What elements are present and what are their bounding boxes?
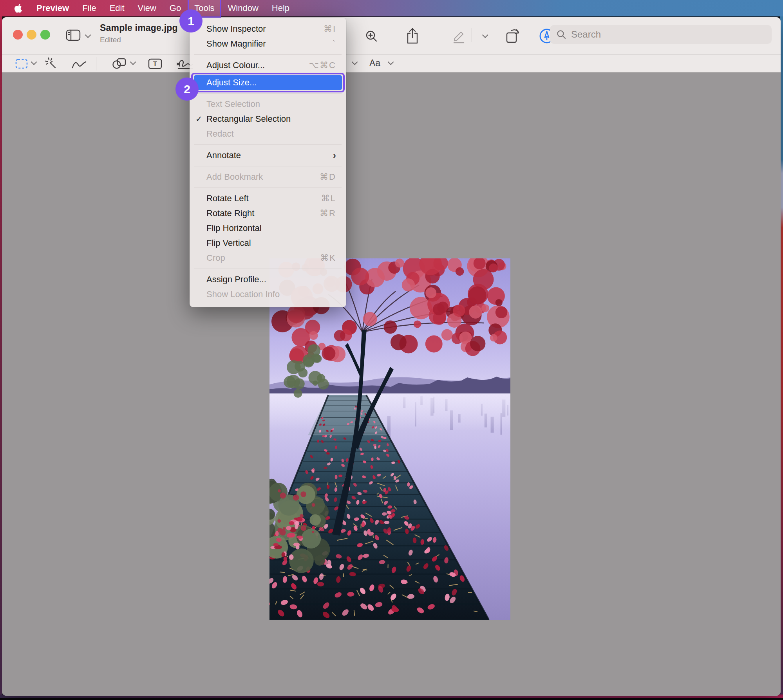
menu-item-shortcut: ⌘D bbox=[320, 170, 336, 184]
menubar-item-preview[interactable]: Preview bbox=[36, 3, 69, 13]
sidebar-chevron-down-icon[interactable] bbox=[85, 32, 91, 38]
tools-dropdown-menu: Show Inspector⌘IShow Magnifier`Adjust Co… bbox=[190, 18, 346, 307]
menubar-item-help[interactable]: Help bbox=[272, 3, 289, 13]
checkmark-icon: ✓ bbox=[195, 112, 203, 126]
menu-item-label: Annotate bbox=[206, 148, 333, 163]
edit-toolbar: T Aa bbox=[2, 55, 781, 72]
menu-item-label: Rotate Left bbox=[206, 191, 321, 206]
menu-item-rotate-right[interactable]: Rotate Right⌘R bbox=[190, 206, 346, 221]
menu-item-redact: Redact bbox=[190, 126, 346, 141]
instant-alpha-wand-icon[interactable] bbox=[44, 57, 58, 71]
document-canvas bbox=[2, 73, 781, 696]
menu-separator bbox=[194, 144, 342, 145]
screen-bottom-border bbox=[0, 698, 783, 700]
menu-bar: PreviewFileEditViewGoToolsWindowHelp bbox=[0, 0, 783, 16]
menu-item-shortcut: ⌘K bbox=[320, 251, 336, 265]
search-placeholder: Search bbox=[571, 29, 601, 40]
menu-item-show-location-info: Show Location Info bbox=[190, 287, 346, 302]
desktop-edge-right bbox=[780, 16, 783, 698]
menu-item-text-selection: Text Selection bbox=[190, 97, 346, 112]
menu-item-label: Redact bbox=[206, 126, 336, 141]
menu-item-label: Adjust Colour... bbox=[206, 58, 309, 73]
menu-item-adjust-size[interactable]: Adjust Size... bbox=[194, 75, 342, 90]
menu-item-label: Show Inspector bbox=[206, 22, 324, 36]
menu-item-flip-vertical[interactable]: Flip Vertical bbox=[190, 236, 346, 251]
menu-item-show-magnifier[interactable]: Show Magnifier` bbox=[190, 36, 346, 51]
menu-item-shortcut: ⌘R bbox=[320, 206, 336, 221]
menu-item-rectangular-selection[interactable]: ✓Rectangular Selection bbox=[190, 112, 346, 126]
menu-item-label: Show Magnifier bbox=[206, 36, 333, 51]
menu-item-rotate-left[interactable]: Rotate Left⌘L bbox=[190, 191, 346, 206]
menu-item-label: Crop bbox=[206, 251, 320, 265]
menu-item-label: Flip Horizontal bbox=[206, 221, 336, 236]
sidebar-toggle-icon[interactable] bbox=[66, 29, 81, 41]
rect-selection-tool-icon[interactable] bbox=[15, 58, 28, 69]
menu-item-crop: Crop⌘K bbox=[190, 251, 346, 265]
text-style-chevron-icon[interactable] bbox=[388, 59, 394, 65]
menu-item-label: Show Location Info bbox=[206, 287, 336, 302]
menu-item-adjust-colour[interactable]: Adjust Colour...⌥⌘C bbox=[190, 58, 346, 73]
markup-pencil-icon[interactable] bbox=[451, 28, 467, 44]
menu-item-show-inspector[interactable]: Show Inspector⌘I bbox=[190, 22, 346, 36]
shapes-tool-icon[interactable] bbox=[112, 57, 127, 70]
markup-options-chevron-icon[interactable] bbox=[482, 32, 488, 38]
rotate-left-icon[interactable] bbox=[504, 27, 521, 45]
window-title: Sample image.jpg bbox=[100, 23, 178, 33]
menu-item-label: Text Selection bbox=[206, 97, 336, 112]
zoom-window-button[interactable] bbox=[40, 30, 50, 40]
menu-item-shortcut: ⌥⌘C bbox=[309, 58, 336, 73]
sketch-tool-icon[interactable] bbox=[71, 58, 87, 70]
apple-logo-icon[interactable] bbox=[14, 3, 23, 14]
menu-item-flip-horizontal[interactable]: Flip Horizontal bbox=[190, 221, 346, 236]
menu-item-assign-profile[interactable]: Assign Profile... bbox=[190, 272, 346, 287]
close-button[interactable] bbox=[13, 30, 23, 40]
menu-separator bbox=[194, 54, 342, 55]
menu-item-annotate[interactable]: Annotate› bbox=[190, 148, 346, 163]
menu-item-shortcut: ⌘L bbox=[321, 191, 336, 206]
menu-item-label: Add Bookmark bbox=[206, 170, 320, 184]
menu-item-label: Flip Vertical bbox=[206, 236, 336, 251]
annotation-step-1-badge: 1 bbox=[179, 9, 203, 32]
selection-chevron-icon[interactable] bbox=[31, 59, 37, 65]
zoom-in-icon[interactable] bbox=[364, 29, 379, 44]
search-icon bbox=[556, 29, 566, 40]
svg-text:T: T bbox=[153, 61, 157, 67]
menu-separator bbox=[194, 269, 342, 269]
menubar-item-view[interactable]: View bbox=[138, 3, 156, 13]
menu-item-shortcut: ` bbox=[333, 36, 336, 51]
menu-separator bbox=[194, 166, 342, 166]
menu-item-label: Adjust Size... bbox=[206, 75, 332, 90]
menubar-item-edit[interactable]: Edit bbox=[110, 3, 125, 13]
menubar-item-window[interactable]: Window bbox=[228, 3, 259, 13]
menu-separator bbox=[194, 93, 342, 94]
hidden-tool-chevron-icon[interactable] bbox=[352, 59, 358, 65]
title-bar: Sample image.jpg Edited bbox=[2, 17, 781, 55]
share-icon[interactable] bbox=[405, 27, 420, 45]
menu-item-label: Rotate Right bbox=[206, 206, 320, 221]
submenu-arrow-icon: › bbox=[333, 148, 336, 163]
shapes-chevron-icon[interactable] bbox=[130, 59, 136, 65]
text-style-button[interactable]: Aa bbox=[369, 58, 380, 69]
menu-separator bbox=[194, 188, 342, 188]
menu-item-add-bookmark: Add Bookmark⌘D bbox=[190, 170, 346, 184]
search-input[interactable]: Search bbox=[550, 25, 772, 44]
text-box-tool-icon[interactable]: T bbox=[148, 58, 163, 70]
menu-item-label: Assign Profile... bbox=[206, 272, 336, 287]
minimize-button[interactable] bbox=[27, 30, 36, 40]
menubar-item-go[interactable]: Go bbox=[170, 3, 181, 13]
menu-item-shortcut: ⌘I bbox=[324, 22, 336, 36]
menubar-item-file[interactable]: File bbox=[82, 3, 96, 13]
menu-item-label: Rectangular Selection bbox=[206, 112, 336, 126]
preview-window: Sample image.jpg Edited bbox=[2, 17, 781, 696]
photo-autumn-dock bbox=[269, 258, 510, 620]
window-status: Edited bbox=[100, 36, 178, 44]
annotation-step-2-badge: 2 bbox=[175, 78, 199, 101]
